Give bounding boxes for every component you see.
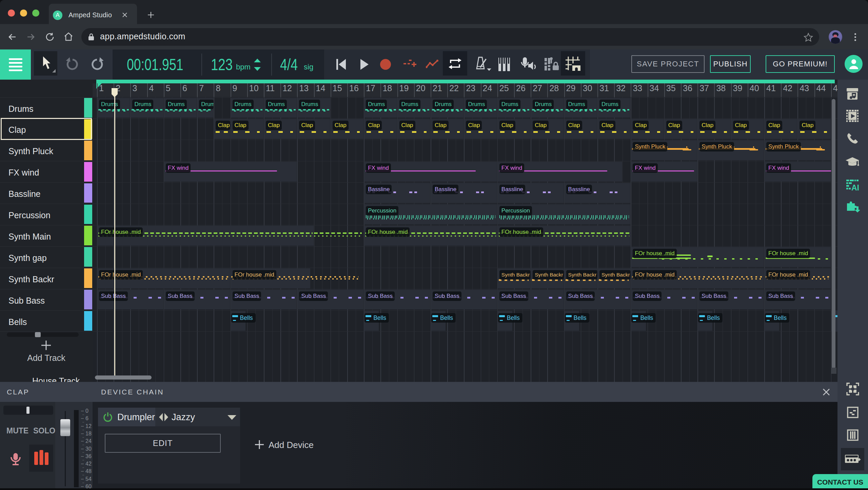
svg-text:AI: AI — [851, 183, 859, 191]
